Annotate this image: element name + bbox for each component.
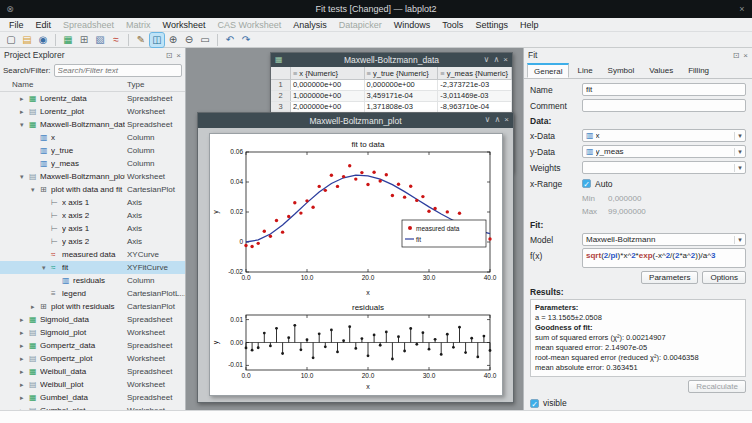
menu-item-edit[interactable]: Edit (30, 20, 58, 30)
tree-item-lorentz-data[interactable]: ▸▦Lorentz_dataSpreadsheet (0, 92, 186, 105)
fit-dock-header[interactable]: Fit (524, 48, 752, 62)
menu-item-help[interactable]: Help (514, 20, 545, 30)
tab-general[interactable]: General (527, 63, 569, 78)
tree-column-headers[interactable]: Name Type (0, 79, 185, 92)
collapse-arrow-icon[interactable]: ▾ (42, 261, 46, 274)
tree-item-y-meas[interactable]: ▥y_measColumn (0, 157, 186, 170)
spreadsheet-corner[interactable] (271, 67, 291, 79)
expand-arrow-icon[interactable]: ▸ (20, 391, 24, 404)
column-header-name[interactable]: Name (12, 80, 33, 89)
open-project-icon[interactable]: ▤ (20, 33, 34, 47)
tree-item-weibull-data[interactable]: ▸▦Weibull_dataSpreadsheet (0, 365, 186, 378)
tree-item-residuals[interactable]: ▥residualsColumn (0, 274, 186, 287)
auto-range-checkbox[interactable] (582, 179, 591, 188)
row-number[interactable]: 3 (271, 102, 291, 112)
tab-filling[interactable]: Filling (681, 63, 716, 78)
expand-arrow-icon[interactable]: ▸ (31, 300, 35, 313)
tree-item-sigmoid-data[interactable]: ▸▦Sigmoid_dataSpreadsheet (0, 313, 186, 326)
spreadsheet-window-titlebar[interactable]: ▦ Maxwell-Boltzmann_data (271, 53, 512, 67)
expand-arrow-icon[interactable]: ▸ (20, 92, 24, 105)
tree-item-legend[interactable]: ≡legendCartesianPlotL... (0, 287, 186, 300)
new-plot-icon[interactable]: ≈ (109, 33, 123, 47)
close-subwindow-icon[interactable] (504, 113, 509, 127)
menu-item-matrix[interactable]: Matrix (120, 20, 157, 30)
menu-item-tools[interactable]: Tools (436, 20, 469, 30)
spreadsheet-cell[interactable]: 3,459171e-04 (365, 91, 439, 101)
tree-item-x-axis-2[interactable]: ⊢x axis 2Axis (0, 209, 186, 222)
tree-item-y-true[interactable]: ▥y_trueColumn (0, 144, 186, 157)
spreadsheet-cell[interactable]: -3,011469e-03 (438, 91, 512, 101)
options-button[interactable]: Options (702, 271, 746, 284)
column-header-x[interactable]: x {Numeric} (291, 67, 365, 79)
spreadsheet-cell[interactable]: 1,000000e+00 (291, 91, 365, 101)
tree-item-lorentz-plot[interactable]: ▸▤Lorentz_plotWorksheet (0, 105, 186, 118)
menu-item-settings[interactable]: Settings (469, 20, 514, 30)
tab-symbol[interactable]: Symbol (601, 63, 642, 78)
tree-item-maxwell-boltzmann-data[interactable]: ▾▦Maxwell-Boltzmann_dataSpreadsheet (0, 118, 186, 131)
expand-arrow-icon[interactable]: ▸ (20, 105, 24, 118)
maximize-window-icon[interactable] (493, 53, 499, 67)
close-subwindow-icon[interactable] (503, 53, 508, 67)
search-input[interactable] (54, 64, 182, 77)
tree-item-y-axis-1[interactable]: ⊢y axis 1Axis (0, 222, 186, 235)
worksheet-window-titlebar[interactable]: Maxwell-Boltzmann_plot (198, 113, 513, 128)
comment-input[interactable] (582, 99, 746, 112)
visible-checkbox[interactable] (530, 399, 539, 408)
column-header-y-true[interactable]: y_true {Numeric} (365, 67, 439, 79)
spreadsheet-cell[interactable]: 0,000000e+00 (365, 80, 439, 90)
tree-item-gompertz-plot[interactable]: ▸▤Gompertz_plotWorksheet (0, 352, 186, 365)
window-menu-icon[interactable]: ⊗ (4, 3, 16, 15)
select-mode-icon[interactable]: ◫ (150, 33, 164, 47)
tree-item-plot-with-data-and-fit[interactable]: ▾⊞plot with data and fitCartesianPlot (0, 183, 186, 196)
float-panel-icon[interactable] (733, 51, 740, 60)
menu-item-cas-worksheet[interactable]: CAS Worksheet (211, 20, 287, 30)
tree-item-x-axis-1[interactable]: ⊢x axis 1Axis (0, 196, 186, 209)
expand-arrow-icon[interactable]: ▸ (20, 378, 24, 391)
tree-item-plot-with-residuals[interactable]: ▸⊞plot with residualsCartesianPlot (0, 300, 186, 313)
menu-item-windows[interactable]: Windows (388, 20, 437, 30)
tree-item-y-axis-2[interactable]: ⊢y axis 2Axis (0, 235, 186, 248)
minimize-window-icon[interactable] (484, 53, 490, 67)
tree-item-weibull-plot[interactable]: ▸▤Weibull_plotWorksheet (0, 378, 186, 391)
menu-item-spreadsheet[interactable]: Spreadsheet (57, 20, 120, 30)
expand-arrow-icon[interactable]: ▸ (20, 339, 24, 352)
formula-input[interactable]: sqrt(2/pi)*x^2*exp(-x^2/(2*a^2))/a^3 (582, 248, 746, 268)
maximize-window-icon[interactable] (494, 113, 500, 127)
tree-item-gumbel-data[interactable]: ▸▦Gumbel_dataSpreadsheet (0, 391, 186, 404)
redo-icon[interactable]: ↷ (239, 33, 253, 47)
expand-arrow-icon[interactable]: ▸ (20, 365, 24, 378)
float-panel-icon[interactable] (166, 51, 173, 60)
spreadsheet-cell[interactable]: -8,963710e-04 (438, 102, 512, 112)
tab-line[interactable]: Line (570, 63, 599, 78)
menu-item-worksheet[interactable]: Worksheet (157, 20, 212, 30)
collapse-arrow-icon[interactable]: ▾ (20, 118, 24, 131)
new-project-icon[interactable]: ▢ (4, 33, 18, 47)
spreadsheet-cell[interactable]: -2,373721e-03 (438, 80, 512, 90)
save-project-icon[interactable]: ◉ (36, 33, 50, 47)
edit-mode-icon[interactable]: ✎ (134, 33, 148, 47)
tree-item-x[interactable]: ▥xColumn (0, 131, 186, 144)
spreadsheet-cell[interactable]: 1,371808e-03 (365, 102, 439, 112)
parameters-button[interactable]: Parameters (641, 271, 698, 284)
new-matrix-icon[interactable]: ⊞ (77, 33, 91, 47)
minimize-window-icon[interactable] (485, 113, 491, 127)
column-header-type[interactable]: Type (127, 80, 144, 89)
recalculate-button[interactable]: Recalculate (688, 380, 746, 393)
new-worksheet-icon[interactable]: ▧ (93, 33, 107, 47)
tree-item-sigmoid-plot[interactable]: ▸▤Sigmoid_plotWorksheet (0, 326, 186, 339)
spreadsheet-cell[interactable]: 0,000000e+00 (291, 80, 365, 90)
menu-item-analysis[interactable]: Analysis (287, 20, 333, 30)
menu-item-datapicker[interactable]: Datapicker (333, 20, 388, 30)
expand-arrow-icon[interactable]: ▸ (20, 313, 24, 326)
tree-item-fit[interactable]: ▾≈fitXYFitCurve (0, 261, 186, 274)
expand-arrow-icon[interactable]: ▸ (20, 352, 24, 365)
x-data-select[interactable]: ▥ x (582, 129, 746, 142)
close-panel-icon[interactable] (743, 51, 748, 60)
menu-item-file[interactable]: File (3, 20, 30, 30)
project-explorer-header[interactable]: Project Explorer (0, 48, 185, 62)
row-number[interactable]: 2 (271, 91, 291, 101)
residuals-plot[interactable]: 0.010.020.030.040.0-0.010.000.01residual… (210, 302, 504, 392)
spreadsheet-cell[interactable]: 2,000000e+00 (291, 102, 365, 112)
close-window-icon[interactable]: × (736, 3, 748, 15)
name-input[interactable] (582, 83, 746, 96)
